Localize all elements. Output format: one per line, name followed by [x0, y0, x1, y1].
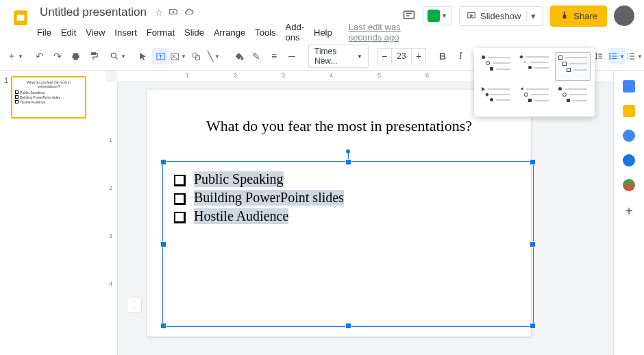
- resize-handle[interactable]: [160, 159, 166, 165]
- svg-rect-16: [612, 53, 617, 54]
- bullet-option-mixed[interactable]: [555, 84, 591, 112]
- menubar: File Edit View Insert Format Slide Arran…: [37, 22, 402, 42]
- line-tool-icon[interactable]: ╲▼: [206, 48, 222, 64]
- calendar-icon[interactable]: [623, 80, 635, 93]
- slide-title[interactable]: What do you fear the most in presentatio…: [147, 117, 531, 135]
- image-tool-icon[interactable]: ▼: [170, 48, 186, 64]
- svg-point-6: [111, 53, 116, 58]
- resize-handle[interactable]: [530, 241, 536, 247]
- bullet-option-disc[interactable]: [478, 52, 514, 81]
- addons-plus-icon[interactable]: +: [625, 204, 633, 219]
- menu-edit[interactable]: Edit: [61, 27, 76, 38]
- resize-handle[interactable]: [345, 159, 351, 165]
- list-item[interactable]: Hostile Audience: [174, 208, 522, 224]
- checkbox-bullet-icon: [174, 175, 186, 186]
- list-item[interactable]: Building PowerPoint slides: [174, 190, 522, 206]
- svg-rect-22: [630, 53, 635, 53]
- svg-rect-5: [564, 14, 565, 16]
- svg-point-13: [609, 53, 610, 54]
- resize-handle[interactable]: [160, 241, 166, 247]
- menu-slide[interactable]: Slide: [184, 27, 204, 38]
- numbered-list-icon[interactable]: 123▼: [626, 48, 643, 64]
- menu-view[interactable]: View: [86, 27, 105, 38]
- slide-thumbnail[interactable]: What do you fear the most in presentatio…: [11, 76, 86, 119]
- menu-addons[interactable]: Add-ons: [286, 22, 304, 42]
- bullet-option-diamond[interactable]: ›: [517, 52, 552, 81]
- redo-icon[interactable]: ↷: [49, 48, 66, 64]
- paint-format-icon[interactable]: [85, 48, 101, 64]
- maps-icon[interactable]: [623, 179, 635, 191]
- font-select[interactable]: Times New...▼: [308, 45, 369, 68]
- thumb-number: 1: [4, 76, 8, 119]
- menu-tools[interactable]: Tools: [255, 27, 275, 38]
- svg-rect-18: [612, 58, 617, 59]
- bullet-option-arrow[interactable]: [478, 84, 514, 112]
- slideshow-label: Slideshow: [480, 11, 521, 21]
- bullet-option-checkbox[interactable]: [555, 52, 591, 81]
- slideshow-button[interactable]: Slideshow ▾: [459, 6, 543, 26]
- svg-rect-24: [630, 59, 635, 60]
- move-icon[interactable]: [169, 7, 178, 19]
- comments-icon[interactable]: [402, 4, 416, 27]
- slide[interactable]: What do you fear the most in presentatio…: [147, 90, 531, 336]
- slideshow-caret-icon[interactable]: ▾: [526, 11, 536, 21]
- textbox-tool-icon[interactable]: [152, 48, 169, 64]
- checkbox-bullet-icon: [174, 193, 186, 205]
- list-item[interactable]: Public Speaking: [174, 171, 522, 187]
- bullet-option-star[interactable]: ★: [517, 84, 552, 112]
- border-color-icon[interactable]: ✎: [248, 48, 264, 64]
- undo-icon[interactable]: ↶: [32, 48, 48, 64]
- italic-icon[interactable]: I: [452, 48, 469, 64]
- border-weight-icon[interactable]: ≡: [266, 48, 282, 64]
- menu-arrange[interactable]: Arrange: [214, 27, 245, 38]
- resize-handle[interactable]: [530, 323, 536, 329]
- shape-tool-icon[interactable]: [188, 48, 204, 64]
- keep-icon[interactable]: [623, 105, 635, 117]
- meet-button[interactable]: ▼: [423, 6, 452, 25]
- print-icon[interactable]: [67, 48, 84, 64]
- account-avatar[interactable]: [614, 5, 634, 26]
- slides-logo[interactable]: [10, 7, 32, 29]
- menu-help[interactable]: Help: [314, 27, 332, 38]
- resize-handle[interactable]: [530, 159, 536, 165]
- font-size: − 23 +: [377, 48, 426, 64]
- resize-handle[interactable]: [160, 323, 166, 329]
- filmstrip: 1 What do you fear the most in presentat…: [0, 71, 106, 355]
- resize-handle[interactable]: [345, 323, 351, 329]
- svg-rect-2: [404, 11, 414, 19]
- document-title[interactable]: Untitled presentation: [37, 4, 149, 21]
- font-size-decrease[interactable]: −: [377, 48, 392, 64]
- fit-indicator[interactable]: [127, 297, 142, 313]
- tasks-icon[interactable]: [623, 130, 635, 142]
- svg-point-14: [609, 56, 610, 57]
- svg-point-15: [609, 58, 610, 59]
- select-tool-icon[interactable]: [134, 48, 151, 64]
- font-size-value[interactable]: 23: [392, 48, 411, 64]
- new-slide-button[interactable]: ＋▼: [7, 48, 23, 64]
- star-icon[interactable]: ☆: [155, 8, 163, 18]
- cloud-icon[interactable]: [184, 7, 195, 19]
- border-dash-icon[interactable]: ─: [284, 48, 300, 64]
- sidepanel: +: [613, 71, 644, 355]
- fill-color-icon[interactable]: [230, 48, 247, 64]
- menu-insert[interactable]: Insert: [114, 27, 137, 38]
- svg-text:3: 3: [627, 58, 629, 61]
- menu-format[interactable]: Format: [147, 27, 175, 38]
- bulleted-list-icon[interactable]: ▼: [608, 48, 625, 64]
- menu-file[interactable]: File: [37, 27, 51, 38]
- selected-textbox[interactable]: Public Speaking Building PowerPoint slid…: [162, 161, 534, 327]
- share-button[interactable]: Share: [550, 5, 607, 27]
- svg-rect-17: [612, 56, 617, 56]
- contacts-icon[interactable]: [623, 154, 635, 167]
- svg-rect-23: [630, 56, 635, 56]
- share-label: Share: [573, 11, 597, 21]
- bold-icon[interactable]: B: [434, 48, 451, 64]
- svg-point-10: [192, 52, 197, 58]
- checkbox-bullet-icon: [174, 212, 186, 223]
- bullet-style-popup: › ★: [474, 48, 595, 117]
- svg-rect-1: [17, 15, 25, 21]
- font-size-increase[interactable]: +: [411, 48, 426, 64]
- last-edit-label[interactable]: Last edit was seconds ago: [349, 22, 402, 42]
- zoom-icon[interactable]: ▼: [110, 48, 126, 64]
- app-header: Untitled presentation ☆ File Edit View I…: [0, 0, 644, 42]
